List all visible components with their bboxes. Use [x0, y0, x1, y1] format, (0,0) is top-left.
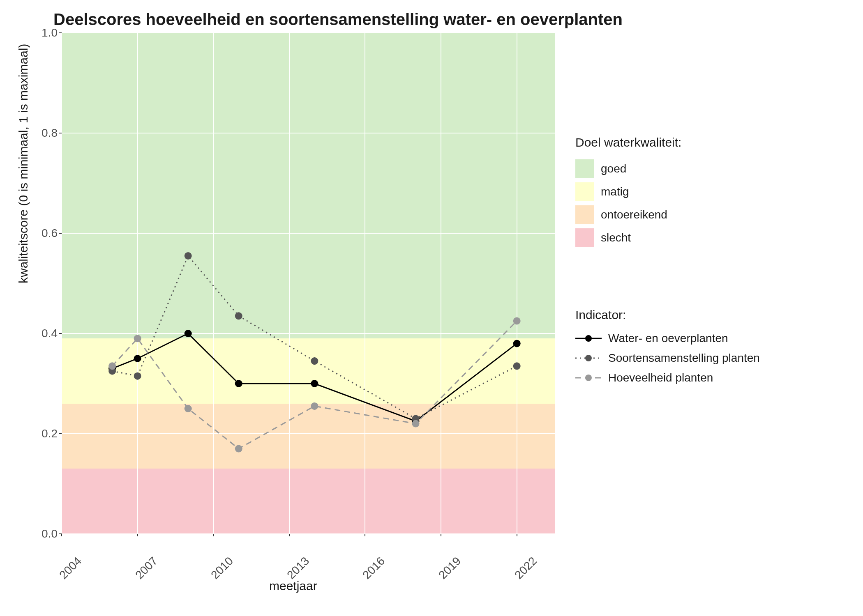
x-tick-label: 2007 — [133, 554, 160, 582]
legend-label: Water- en oeverplanten — [608, 332, 728, 345]
legend-label: slecht — [601, 231, 631, 244]
data-point — [134, 372, 141, 380]
legend-quality-row: slecht — [575, 228, 681, 247]
y-tick-mark — [59, 32, 62, 33]
x-tick-mark — [61, 534, 62, 536]
y-tick-label: 0.2 — [37, 427, 58, 440]
y-tick-label: 0.0 — [37, 527, 58, 540]
y-tick-label: 0.4 — [37, 327, 58, 340]
y-tick-mark — [59, 133, 62, 133]
data-point — [108, 362, 116, 370]
data-point — [513, 362, 521, 370]
data-point — [513, 340, 521, 347]
x-tick-label: 2019 — [436, 554, 464, 582]
data-point — [134, 335, 141, 342]
y-tick-mark — [59, 233, 62, 234]
x-tick-mark — [289, 534, 290, 536]
data-point — [235, 445, 242, 453]
legend-label: matig — [601, 185, 629, 198]
legend-swatch — [575, 182, 594, 201]
data-point — [311, 357, 318, 365]
x-tick-label: 2016 — [360, 554, 388, 582]
legend-indicator-title: Indicator: — [575, 308, 760, 322]
legend-line-sample — [575, 372, 602, 384]
legend-indicator-row: Hoeveelheid planten — [575, 371, 760, 384]
x-tick-label: 2022 — [512, 554, 540, 582]
legend-line-sample — [575, 352, 602, 364]
y-tick-label: 1.0 — [37, 26, 58, 39]
x-tick-mark — [137, 534, 138, 536]
legend-indicator: Indicator: Water- en oeverplantenSoorten… — [575, 308, 760, 391]
data-point — [513, 317, 521, 325]
data-point — [412, 420, 420, 428]
data-point — [134, 355, 141, 362]
legend-quality-row: ontoereikend — [575, 205, 681, 224]
chart-title: Deelscores hoeveelheid en soortensamenst… — [53, 10, 623, 29]
legend-swatch — [575, 228, 594, 247]
series-lines — [62, 33, 555, 534]
legend-label: goed — [601, 162, 626, 175]
y-tick-label: 0.6 — [37, 227, 58, 240]
data-point — [235, 380, 242, 387]
x-tick-label: 2004 — [57, 554, 84, 582]
legend-quality-title: Doel waterkwaliteit: — [575, 136, 681, 149]
legend-label: Hoeveelheid planten — [608, 371, 713, 384]
x-tick-mark — [213, 534, 214, 536]
legend-line-sample — [575, 332, 602, 345]
data-point — [185, 252, 192, 260]
y-tick-mark — [59, 333, 62, 334]
legend-label: ontoereikend — [601, 208, 667, 221]
legend-label: Soortensamenstelling planten — [608, 352, 760, 365]
y-tick-label: 0.8 — [37, 126, 58, 140]
x-tick-mark — [365, 534, 365, 536]
data-point — [185, 330, 192, 337]
y-axis-label: kwaliteitscore (0 is minimaal, 1 is maxi… — [16, 44, 30, 283]
x-tick-mark — [441, 534, 441, 536]
legend-indicator-row: Water- en oeverplanten — [575, 332, 760, 345]
legend-quality-row: matig — [575, 182, 681, 201]
y-tick-mark — [59, 433, 62, 434]
series-line — [112, 256, 517, 419]
legend-swatch — [575, 159, 594, 178]
svg-point-3 — [585, 355, 592, 361]
legend-indicator-row: Soortensamenstelling planten — [575, 352, 760, 365]
svg-point-1 — [585, 335, 592, 342]
legend-quality-row: goed — [575, 159, 681, 178]
svg-point-5 — [585, 375, 592, 381]
data-point — [235, 312, 242, 319]
data-point — [311, 380, 318, 387]
legend-swatch — [575, 205, 594, 224]
data-point — [311, 402, 318, 410]
legend-quality: Doel waterkwaliteit: goedmatigontoereike… — [575, 136, 681, 251]
plot-area — [62, 33, 555, 534]
x-tick-label: 2013 — [284, 554, 312, 582]
x-tick-mark — [517, 534, 517, 536]
x-tick-label: 2010 — [208, 554, 236, 582]
data-point — [185, 405, 192, 412]
